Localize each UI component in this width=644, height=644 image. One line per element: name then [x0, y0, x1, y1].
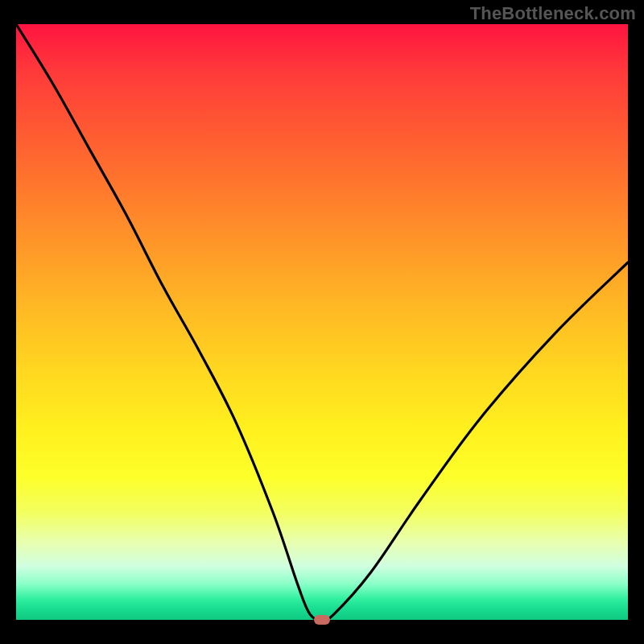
minimum-marker: [314, 615, 330, 625]
watermark-text: TheBottleneck.com: [470, 3, 636, 24]
chart-frame: TheBottleneck.com: [0, 0, 644, 644]
bottleneck-curve: [16, 24, 628, 620]
curve-layer: [16, 24, 628, 620]
plot-area: [16, 24, 628, 620]
